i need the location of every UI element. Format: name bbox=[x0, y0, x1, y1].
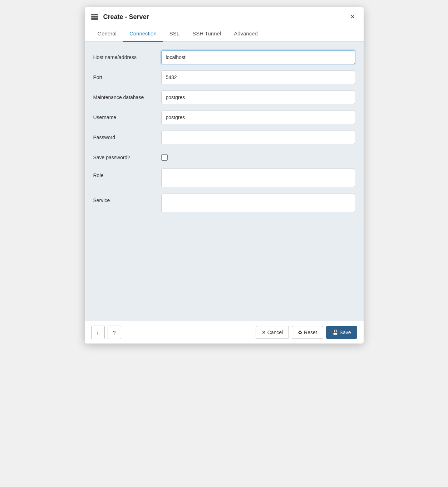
username-input[interactable] bbox=[161, 111, 355, 124]
save-password-row: Save password? bbox=[93, 151, 355, 162]
service-input-wrap bbox=[161, 194, 355, 212]
save-password-label: Save password? bbox=[93, 151, 161, 161]
create-server-dialog: Create - Server × General Connection SSL… bbox=[85, 7, 364, 344]
maintenance-db-label: Maintenance database bbox=[93, 91, 161, 101]
form-content: Host name/address Port Maintenance datab… bbox=[85, 42, 364, 321]
dialog-title: Create - Server bbox=[103, 13, 149, 21]
footer-right: ✕ Cancel ♻ Reset 💾 Save bbox=[256, 326, 357, 339]
footer-left: i ? bbox=[91, 326, 253, 339]
tab-ssh-tunnel[interactable]: SSH Tunnel bbox=[186, 26, 227, 42]
save-password-checkbox-wrap bbox=[161, 151, 355, 162]
info-button[interactable]: i bbox=[91, 326, 105, 339]
service-input[interactable] bbox=[161, 194, 355, 212]
host-label: Host name/address bbox=[93, 50, 161, 61]
maintenance-db-row: Maintenance database bbox=[93, 91, 355, 104]
username-input-wrap bbox=[161, 111, 355, 124]
username-label: Username bbox=[93, 111, 161, 121]
service-label: Service bbox=[93, 194, 161, 204]
password-input-wrap bbox=[161, 131, 355, 144]
close-button[interactable]: × bbox=[348, 12, 357, 21]
help-button[interactable]: ? bbox=[108, 326, 121, 339]
role-input-wrap bbox=[161, 169, 355, 187]
role-input[interactable] bbox=[161, 169, 355, 187]
server-icon bbox=[91, 14, 98, 20]
host-input-wrap bbox=[161, 50, 355, 64]
port-input[interactable] bbox=[161, 70, 355, 84]
password-row: Password bbox=[93, 131, 355, 144]
password-label: Password bbox=[93, 131, 161, 141]
tab-bar: General Connection SSL SSH Tunnel Advanc… bbox=[85, 26, 364, 42]
dialog-footer: i ? ✕ Cancel ♻ Reset 💾 Save bbox=[85, 321, 364, 344]
dialog-header: Create - Server × bbox=[85, 7, 364, 26]
host-row: Host name/address bbox=[93, 50, 355, 64]
port-row: Port bbox=[93, 70, 355, 84]
tab-advanced[interactable]: Advanced bbox=[227, 26, 264, 42]
host-input[interactable] bbox=[161, 50, 355, 64]
port-input-wrap bbox=[161, 70, 355, 84]
port-label: Port bbox=[93, 70, 161, 81]
maintenance-db-input[interactable] bbox=[161, 91, 355, 104]
maintenance-db-input-wrap bbox=[161, 91, 355, 104]
service-row: Service bbox=[93, 194, 355, 212]
save-password-checkbox[interactable] bbox=[161, 154, 168, 161]
tab-connection[interactable]: Connection bbox=[123, 26, 163, 42]
cancel-button[interactable]: ✕ Cancel bbox=[256, 326, 289, 339]
role-label: Role bbox=[93, 169, 161, 179]
title-wrap: Create - Server bbox=[91, 13, 149, 21]
tab-general[interactable]: General bbox=[91, 26, 123, 42]
role-row: Role bbox=[93, 169, 355, 187]
username-row: Username bbox=[93, 111, 355, 124]
reset-button[interactable]: ♻ Reset bbox=[292, 326, 323, 339]
save-button[interactable]: 💾 Save bbox=[326, 326, 357, 339]
tab-ssl[interactable]: SSL bbox=[163, 26, 186, 42]
password-input[interactable] bbox=[161, 131, 355, 144]
